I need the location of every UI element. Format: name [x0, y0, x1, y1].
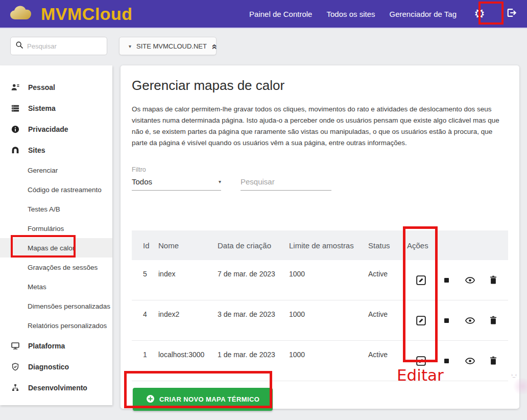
eye-icon [465, 356, 475, 366]
filter-search-input[interactable] [241, 177, 331, 186]
sidebar-item-desenvolvimento[interactable]: Desenvolvimento [0, 377, 112, 398]
table-row: 1 localhost:3000 1 de mar. de 2023 1000 … [132, 341, 508, 381]
sidebar-item-label: Desenvolvimento [28, 384, 87, 392]
eye-icon [465, 315, 475, 326]
cell-data: 1 de mar. de 2023 [218, 341, 289, 359]
sidebar-item-label: Relatórios personalizados [28, 322, 107, 330]
sidebar-item-sistema[interactable]: Sistema [0, 98, 112, 119]
trash-icon [489, 315, 498, 325]
sidebar-item-label: Sites [28, 146, 45, 154]
col-header-nome: Nome [158, 241, 218, 250]
edit-heatmap-button[interactable] [415, 355, 427, 367]
filter-row: Todos ▾ [132, 177, 508, 191]
view-heatmap-button[interactable] [465, 315, 475, 326]
stop-heatmap-button[interactable] [444, 359, 449, 363]
sidebar-item-label: Dimensões personalizadas [28, 302, 110, 310]
col-header-id: Id [132, 241, 158, 250]
nav-gerenciador-de-tag[interactable]: Gerenciador de Tag [390, 10, 457, 18]
filter-dropdown-value: Todos [132, 177, 152, 186]
sidebar-item-codigo-de-rastreamento[interactable]: Código de rastreamento [0, 180, 112, 199]
sidebar-item-diagnostico[interactable]: Diagnostico [0, 356, 112, 377]
top-bar: MVMCloud Painel de Controle Todos os sit… [0, 0, 527, 29]
sidebar-item-label: Gravações de sessões [28, 264, 98, 271]
view-heatmap-button[interactable] [465, 275, 475, 286]
sidebar-item-gravacoes-de-sessoes[interactable]: Gravações de sessões [0, 258, 112, 277]
nav-todos-os-sites[interactable]: Todos os sites [326, 10, 375, 18]
stop-icon [444, 359, 449, 363]
stop-heatmap-button[interactable] [444, 278, 449, 283]
sidebar-item-label: Plataforma [28, 342, 65, 350]
sidebar-item-pessoal[interactable]: Pessoal [0, 77, 112, 98]
delete-heatmap-button[interactable] [489, 275, 498, 285]
caret-down-icon: ▾ [129, 43, 131, 49]
sidebar-item-sites[interactable]: Sites [0, 139, 112, 160]
col-header-acoes: Ações [407, 241, 435, 250]
delete-heatmap-button[interactable] [489, 315, 498, 325]
edit-heatmap-button[interactable] [415, 314, 427, 327]
sidebar-item-label: Código de rastreamento [28, 186, 102, 194]
sidebar-item-label: Testes A/B [28, 205, 60, 213]
collapse-menu-button[interactable]: « [209, 41, 221, 52]
trash-icon [489, 356, 498, 366]
cell-id: 1 [132, 341, 158, 359]
plus-circle-icon [146, 394, 155, 405]
col-header-status: Status [368, 241, 407, 250]
edit-heatmap-button[interactable] [415, 274, 427, 287]
info-circle-icon [10, 124, 20, 134]
double-chevron-up-icon: « [210, 44, 220, 50]
top-navigation: Painel de Controle Todos os sites Gerenc… [249, 5, 520, 22]
create-heatmap-button[interactable]: CRIAR NOVO MAPA TÉRMICO [133, 388, 273, 411]
cell-id: 4 [132, 300, 158, 318]
cell-data: 3 de mar. de 2023 [218, 300, 289, 318]
filter-dropdown[interactable]: Todos ▾ [132, 177, 221, 191]
cell-nome: localhost:3000 [158, 341, 218, 359]
sidebar-item-testes-ab[interactable]: Testes A/B [0, 199, 112, 219]
sidebar-item-label: Metas [28, 283, 46, 291]
stop-icon [444, 278, 449, 283]
sidebar-item-label: Diagnostico [28, 363, 69, 371]
sidebar-item-dimensoes-personalizadas[interactable]: Dimensões personalizadas [0, 296, 112, 316]
page-title: Gerenciar mapas de calor [132, 78, 508, 94]
cell-status: Active [368, 260, 407, 278]
cell-data: 7 de mar. de 2023 [218, 260, 289, 278]
cell-status: Active [368, 300, 407, 318]
settings-button[interactable]: ⚙ [471, 5, 488, 22]
view-heatmap-button[interactable] [465, 356, 475, 366]
filter-search-field[interactable] [241, 177, 331, 191]
site-selector-label: SITE MVMCLOUD.NET [136, 42, 207, 50]
sidebar-item-formularios[interactable]: Formulários [0, 219, 112, 238]
brand-logo[interactable]: MVMCloud [9, 4, 133, 24]
sidebar-item-privacidade[interactable]: Privacidade [0, 119, 112, 139]
globe-arc-icon [10, 145, 20, 155]
cell-status: Active [368, 341, 407, 359]
delete-heatmap-button[interactable] [489, 356, 498, 366]
sidebar-item-label: Privacidade [28, 125, 68, 133]
logout-button[interactable] [502, 5, 520, 22]
cell-limite: 1000 [289, 341, 368, 359]
sidebar-item-label: Pessoal [28, 83, 55, 91]
filter-label: Filtro [132, 166, 508, 173]
sidebar-item-gerenciar[interactable]: Gerenciar [0, 160, 112, 180]
sub-header: ▾ SITE MVMCLOUD.NET « [0, 30, 527, 62]
stop-heatmap-button[interactable] [444, 318, 449, 323]
monitor-icon [10, 341, 20, 351]
nav-painel-de-controle[interactable]: Painel de Controle [249, 10, 312, 18]
search-input[interactable] [27, 42, 102, 50]
sidebar-item-metas[interactable]: Metas [0, 277, 112, 296]
eye-icon [465, 275, 475, 286]
col-header-data: Data de criação [218, 241, 289, 250]
stop-icon [444, 318, 449, 323]
sidebar-item-label: Formulários [28, 225, 64, 232]
cell-limite: 1000 [289, 260, 368, 278]
global-search-box[interactable] [10, 37, 107, 55]
sidebar-item-mapas-de-calor[interactable]: Mapas de calor [0, 238, 112, 258]
sidebar-item-relatorios-personalizados[interactable]: Relatórios personalizados [0, 316, 112, 335]
cell-nome: index [158, 260, 218, 278]
cell-nome: index2 [158, 300, 218, 318]
sidebar-item-plataforma[interactable]: Plataforma [0, 335, 112, 356]
sidebar-item-label: Mapas de calor [28, 244, 75, 252]
site-selector-button[interactable]: ▾ SITE MVMCLOUD.NET [119, 37, 217, 55]
shield-check-icon [10, 362, 20, 372]
table-row: 4 index2 3 de mar. de 2023 1000 Active [132, 300, 508, 341]
cell-limite: 1000 [289, 300, 368, 318]
